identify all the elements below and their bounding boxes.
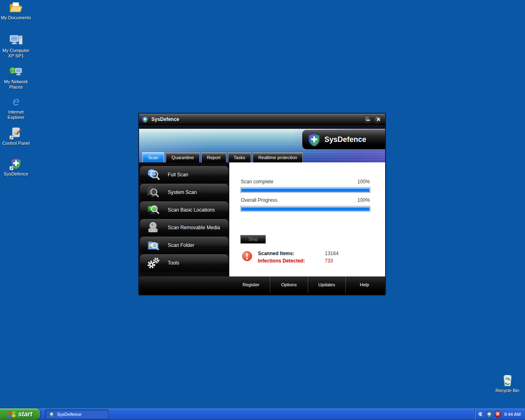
window-footer: Register Options Updates Help — [139, 276, 385, 295]
shortcut-arrow-icon: ➚ — [9, 166, 14, 170]
my-documents-icon — [9, 1, 23, 14]
sysdefence-shield-icon: ➚ — [9, 157, 23, 170]
minimize-button[interactable] — [364, 115, 372, 124]
window-titlebar[interactable]: SysDefence — [139, 114, 385, 125]
infections-detected-label: Infections Detected: — [258, 257, 325, 265]
monitor-scan-icon — [146, 203, 160, 217]
infections-detected-value: 733 — [325, 257, 333, 265]
desktop-icon-label: My Computer XP SP1 — [0, 48, 32, 59]
window-body: Full Scan System Scan Scan Basic Locatio… — [139, 162, 385, 276]
desktop-icon-my-computer[interactable]: My Computer XP SP1 — [0, 34, 32, 59]
scan-complete-percent: 100% — [357, 179, 370, 185]
desktop-icon-label: Recycle Bin — [491, 388, 523, 393]
desktop-icon-control-panel[interactable]: ➚ Control Panel — [0, 126, 32, 146]
desktop-icon-my-documents[interactable]: My Documents — [0, 1, 32, 21]
footer-menu: Register Options Updates Help — [232, 276, 383, 293]
hide-icons-chevron-icon[interactable] — [477, 411, 484, 418]
start-button-label: start — [18, 411, 32, 418]
register-menu-item[interactable]: Register — [232, 276, 270, 293]
overall-progress-row: Overall Progress 100% — [241, 197, 370, 203]
sidebar-item-label: Scan Basic Locations — [168, 207, 215, 213]
recycle-bin-icon — [500, 374, 514, 387]
system-scan-button[interactable]: System Scan — [140, 184, 228, 201]
internet-explorer-icon: e — [9, 95, 23, 108]
clock[interactable]: 9:44 AM — [504, 412, 520, 417]
desktop-icon-label: My Documents — [0, 15, 32, 21]
my-network-places-icon — [9, 65, 23, 78]
tab-quarantine[interactable]: Quarantine — [166, 152, 199, 162]
window-title: SysDefence — [151, 116, 179, 122]
desktop-icon-label: SysDefence — [0, 171, 32, 177]
header-banner: SysDefence Scan Quarantine Report Tasks … — [139, 129, 385, 162]
overall-progress-label: Overall Progress — [241, 197, 277, 203]
scan-complete-progressbar — [240, 187, 370, 193]
alert-icon — [242, 251, 252, 261]
scan-complete-label: Scan complete — [241, 179, 273, 185]
overall-progressbar — [240, 206, 370, 212]
desktop-icon-my-network-places[interactable]: My Network Places — [0, 65, 32, 90]
tab-realtime-protection[interactable]: Realtime protection — [253, 152, 303, 162]
desktop-icon-label: My Network Places — [0, 79, 32, 90]
close-button[interactable] — [374, 115, 383, 124]
sidebar-item-label: Full Scan — [168, 172, 188, 178]
sysdefence-window: SysDefence SysDefence Scan Quarantine Re… — [138, 113, 386, 294]
folder-scan-icon — [146, 238, 160, 252]
full-scan-button[interactable]: Full Scan — [140, 166, 228, 183]
windows-flag-icon — [8, 411, 16, 418]
titlebar-divider — [139, 125, 385, 129]
tools-button[interactable]: Tools — [140, 254, 228, 272]
tab-tasks[interactable]: Tasks — [228, 152, 251, 162]
sidebar-item-label: Scan Folder — [168, 242, 194, 248]
desktop-icon-internet-explorer[interactable]: e Internet Explorer — [0, 95, 32, 120]
scan-complete-row: Scan complete 100% — [241, 179, 370, 185]
shortcut-arrow-icon: ➚ — [9, 135, 14, 139]
brand-title: SysDefence — [324, 135, 366, 144]
gears-icon — [146, 256, 160, 270]
taskbar-button-sysdefence[interactable]: SysDefence — [45, 409, 109, 419]
tab-report[interactable]: Report — [201, 152, 226, 162]
sidebar-item-label: System Scan — [168, 189, 197, 195]
tab-scan[interactable]: Scan — [142, 152, 164, 162]
control-panel-icon: ➚ — [9, 126, 23, 139]
updates-menu-item[interactable]: Updates — [308, 276, 345, 293]
scan-stats: Scanned Items: 13164 Infections Detected… — [258, 250, 338, 265]
system-tray: 9:44 AM — [475, 409, 525, 420]
overall-progress-percent: 100% — [357, 197, 370, 203]
tray-sysdefence-shield-icon[interactable] — [486, 411, 493, 418]
taskbar: start SysDefence 9:44 AM — [0, 409, 525, 420]
globe-scan-icon — [146, 168, 160, 182]
brand-box: SysDefence — [302, 130, 385, 149]
scan-basic-locations-button[interactable]: Scan Basic Locations — [140, 201, 228, 219]
system-scan-icon — [146, 185, 160, 199]
options-menu-item[interactable]: Options — [270, 276, 308, 293]
scan-panel: Scan complete 100% Overall Progress 100%… — [229, 162, 385, 276]
scan-folder-button[interactable]: Scan Folder — [140, 237, 228, 254]
overall-progress-fill — [241, 207, 370, 211]
stop-button[interactable]: Stop — [240, 235, 266, 244]
tray-alert-shield-icon[interactable] — [494, 411, 501, 418]
scan-sidebar: Full Scan System Scan Scan Basic Locatio… — [139, 162, 229, 276]
start-button[interactable]: start — [0, 409, 40, 420]
brand-shield-icon — [308, 133, 321, 147]
sidebar-item-label: Tools — [168, 260, 179, 266]
taskbar-shield-icon — [48, 411, 55, 418]
desktop-icon-label: Control Panel — [0, 141, 32, 146]
tab-bar: Scan Quarantine Report Tasks Realtime pr… — [142, 152, 303, 162]
titlebar-shield-icon — [142, 116, 148, 123]
taskbar-button-label: SysDefence — [57, 412, 81, 417]
scan-removable-media-button[interactable]: Scan Removable Media — [140, 219, 228, 236]
scanned-items-label: Scanned Items: — [258, 250, 325, 257]
scan-complete-progress-fill — [241, 188, 370, 192]
sidebar-item-label: Scan Removable Media — [168, 225, 220, 231]
removable-media-icon — [146, 221, 160, 235]
scanned-items-value: 13164 — [325, 250, 338, 257]
desktop-icon-label: Internet Explorer — [0, 110, 32, 120]
desktop-icon-sysdefence[interactable]: ➚ SysDefence — [0, 157, 32, 177]
my-computer-icon — [9, 34, 23, 47]
help-menu-item[interactable]: Help — [345, 276, 383, 293]
desktop-icon-recycle-bin[interactable]: Recycle Bin — [491, 374, 523, 393]
